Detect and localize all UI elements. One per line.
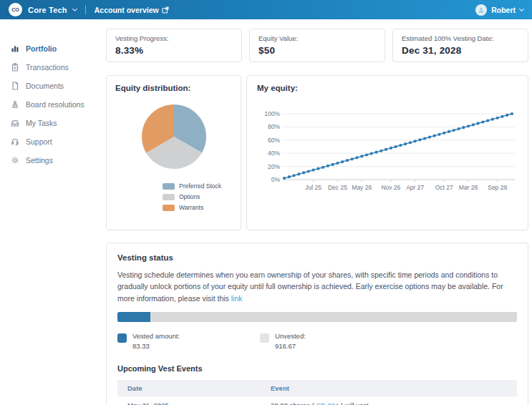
vest-events-table: Date Event May 31, 2025 20.83 shares ( S… <box>117 380 517 405</box>
upcoming-vest-events-title: Upcoming Vest Events <box>117 364 517 373</box>
legend-item-preferred-stock: Preferred Stock <box>163 182 232 190</box>
more-info-link[interactable]: link <box>231 294 243 303</box>
legend-label: Warrants <box>179 204 203 211</box>
security-link[interactable]: SB-004 <box>316 401 339 405</box>
svg-text:Dec 25: Dec 25 <box>328 184 347 191</box>
stats-row: Vesting Progress: 8.33% Equity Value: $5… <box>106 29 528 62</box>
equity-distribution-card: Equity distribution: Preferred Stock Opt… <box>106 75 241 230</box>
sidebar-item-support[interactable]: Support <box>0 134 100 149</box>
charts-row: Equity distribution: Preferred Stock Opt… <box>106 75 528 230</box>
legend-item-vested: Vested amount: 83.33 <box>117 331 180 352</box>
stat-value: $50 <box>258 45 376 56</box>
sidebar-item-documents[interactable]: Documents <box>0 78 100 93</box>
event-text: ) will vest <box>339 401 369 405</box>
user-avatar[interactable] <box>475 4 487 16</box>
company-avatar[interactable]: CO <box>9 3 22 16</box>
svg-text:60%: 60% <box>268 137 280 144</box>
table-row: May 31, 2025 20.83 shares ( SB-004 ) wil… <box>117 396 517 405</box>
vesting-status-card: Vesting status Vesting schedule determin… <box>106 243 528 405</box>
svg-text:0%: 0% <box>271 176 281 183</box>
unvested-text: Unvested: 916.67 <box>275 331 306 352</box>
unvested-label: Unvested: <box>275 332 306 340</box>
sidebar-item-label: Transactions <box>26 63 69 72</box>
event-description: 20.83 shares ( SB-004 ) will vest <box>261 396 517 405</box>
sidebar-item-label: Board resolutions <box>26 100 84 109</box>
portfolio-icon <box>10 44 19 53</box>
sidebar-item-label: My Tasks <box>26 119 57 127</box>
chevron-down-icon[interactable] <box>72 6 77 11</box>
event-date: May 31, 2025 <box>117 396 261 405</box>
event-text: 20.83 shares ( <box>271 401 316 405</box>
legend-swatch <box>163 205 175 211</box>
legend-swatch <box>163 183 175 190</box>
vesting-progress-fill <box>117 312 150 322</box>
legend-label: Preferred Stock <box>179 182 221 190</box>
user-name[interactable]: Robert <box>491 6 516 14</box>
svg-text:Apr 27: Apr 27 <box>406 184 424 191</box>
legend-swatch <box>163 194 175 200</box>
sidebar-item-settings[interactable]: Settings <box>0 152 100 167</box>
svg-text:80%: 80% <box>268 123 280 130</box>
sidebar-item-label: Settings <box>26 156 53 165</box>
sidebar-item-board-resolutions[interactable]: Board resolutions <box>0 97 100 112</box>
my-equity-line-chart: 0%20%40%60%80%100%Jul 25Dec 25May 26Nov … <box>257 108 518 198</box>
breadcrumb[interactable]: Account overview <box>95 6 169 14</box>
sidebar-item-transactions[interactable]: Transactions <box>0 59 100 74</box>
unvested-value: 916.67 <box>275 342 296 350</box>
pie-chart-title: Equity distribution: <box>115 84 232 92</box>
column-header-date: Date <box>117 380 261 396</box>
settings-icon <box>10 155 19 165</box>
stat-label: Estimated 100% Vesting Date: <box>402 34 519 42</box>
svg-text:Jul 25: Jul 25 <box>305 184 321 191</box>
vested-value: 83.33 <box>132 342 150 350</box>
my-tasks-icon <box>10 118 19 127</box>
stat-value: 8.33% <box>115 45 233 56</box>
svg-text:Sep 28: Sep 28 <box>488 184 507 191</box>
svg-text:40%: 40% <box>268 150 280 157</box>
stat-card-equity-value: Equity Value: $50 <box>249 29 385 62</box>
stat-card-vesting-progress: Vesting Progress: 8.33% <box>106 29 242 62</box>
unvested-swatch <box>260 333 269 343</box>
top-bar: CO Core Tech Account overview Robert <box>0 0 532 19</box>
external-link-icon <box>162 6 169 14</box>
stat-label: Equity Value: <box>258 34 376 42</box>
sidebar-item-portfolio[interactable]: Portfolio <box>0 41 100 56</box>
person-icon <box>478 6 485 14</box>
table-header-row: Date Event <box>117 380 517 396</box>
svg-text:Nov 26: Nov 26 <box>381 184 400 191</box>
equity-distribution-pie-chart <box>141 104 207 170</box>
documents-icon <box>10 81 19 90</box>
pie-legend: Preferred Stock Options Warrants <box>163 182 232 215</box>
vesting-description-text: Vesting schedule determines when you ear… <box>117 270 503 303</box>
legend-item-unvested: Unvested: 916.67 <box>260 331 306 352</box>
legend-item-options: Options <box>163 193 232 200</box>
stat-label: Vesting Progress: <box>115 34 233 42</box>
svg-text:May 26: May 26 <box>352 184 372 191</box>
transactions-icon <box>10 62 19 72</box>
sidebar-item-label: Support <box>26 137 52 146</box>
support-icon <box>10 137 19 146</box>
sidebar: Portfolio Transactions Documents Board r… <box>0 19 100 405</box>
main-content: Vesting Progress: 8.33% Equity Value: $5… <box>106 19 528 405</box>
divider <box>85 5 86 14</box>
legend-item-warrants: Warrants <box>163 204 232 211</box>
vesting-progress-bar <box>117 312 517 322</box>
stat-card-vesting-date: Estimated 100% Vesting Date: Dec 31, 202… <box>392 29 528 62</box>
chevron-down-icon[interactable] <box>519 6 524 11</box>
company-name[interactable]: Core Tech <box>28 6 67 14</box>
column-header-event: Event <box>261 380 517 396</box>
sidebar-item-label: Documents <box>26 82 64 90</box>
vested-swatch <box>117 333 127 343</box>
sidebar-item-label: Portfolio <box>26 44 57 53</box>
stat-value: Dec 31, 2028 <box>402 45 519 56</box>
svg-text:Mar 28: Mar 28 <box>459 184 478 191</box>
vested-text: Vested amount: 83.33 <box>132 331 180 352</box>
vesting-status-title: Vesting status <box>117 253 517 262</box>
breadcrumb-label: Account overview <box>95 6 159 14</box>
svg-text:20%: 20% <box>268 163 280 170</box>
board-resolutions-icon <box>10 99 19 109</box>
vesting-legend: Vested amount: 83.33 Unvested: 916.67 <box>117 331 517 352</box>
line-chart-title: My equity: <box>257 84 518 92</box>
sidebar-item-my-tasks[interactable]: My Tasks <box>0 115 100 130</box>
svg-text:100%: 100% <box>264 110 280 117</box>
